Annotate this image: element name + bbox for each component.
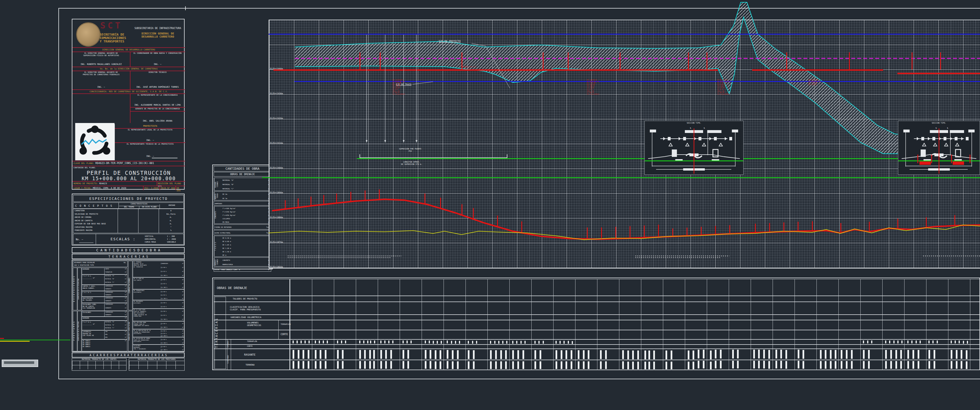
rasante-bar — [447, 350, 449, 359]
terracerias-rotated: TERRACERIAS — [215, 297, 226, 369]
espesor-bar — [498, 341, 500, 344]
rasante-bar — [868, 350, 870, 359]
espesor-bar — [468, 341, 469, 344]
rasante-bar — [342, 350, 344, 359]
terr-row: DE BANCO DE BANCO DE BANCO DE BANCOm³ — [82, 339, 127, 351]
terr-row-label: T O T A L __________ m³ — [83, 321, 103, 325]
rasante-bar — [490, 350, 492, 359]
terreno-bar — [825, 361, 826, 369]
rasante-bar — [956, 350, 958, 359]
proyectista-panel: PROYECTISTA EL REPRESENTANTE LEGAL DE LA… — [115, 124, 185, 160]
terr-sub-label: MATERIAL "A" — [104, 275, 120, 278]
terreno-bar — [732, 361, 734, 369]
terr-sub-label: MATERIAL "C" — [104, 281, 120, 285]
espesor-bar — [345, 340, 346, 343]
comp-unit: m² — [182, 306, 184, 308]
rasante-bar — [571, 350, 572, 359]
rasante-bar — [934, 350, 935, 359]
vol-corte-label: CORTE — [281, 333, 289, 336]
rasante-bar — [555, 350, 557, 359]
terr-unit: m³ — [125, 300, 126, 302]
espec-concepto: ANCHO DE CARPETA — [75, 220, 118, 222]
espesor-bar — [429, 340, 430, 343]
rasante-bar — [605, 350, 607, 359]
terreno-bar — [703, 361, 705, 369]
terreno-bar — [710, 362, 712, 369]
terr-unit: m³ — [125, 340, 126, 342]
comp-unit: m³ — [182, 335, 184, 337]
terreno-bar — [688, 362, 689, 369]
terr-row-label: ABATIMIENTO DE TALUDES — [83, 297, 103, 301]
profile-grid[interactable] — [269, 20, 980, 269]
cell2-left-name: ING. — — [73, 86, 129, 88]
terreno-bar — [644, 362, 646, 369]
espesor-bar — [955, 340, 956, 343]
comp-sub: A 90 % — [161, 323, 176, 324]
row-taludes-label: TALUDES DE PROYECTO — [233, 297, 257, 300]
dren-row-label: CICLOPEO — [223, 218, 230, 220]
comp-unit: m³ — [182, 315, 184, 316]
terr-row: ESCALONESCOMPENSADOm³SOBRANTEm³ — [82, 311, 127, 316]
rasante-bar — [302, 350, 304, 359]
terreno-bar — [561, 361, 562, 369]
terreno-bar — [308, 361, 309, 369]
comp-unit: m² — [182, 291, 184, 293]
espec-unidad: m. — [159, 216, 183, 219]
terreno-bar — [359, 361, 361, 369]
espec-unidad: % — [159, 229, 183, 232]
comp-unit: m² — [182, 294, 184, 296]
dren-group: DEMOLI- CIONESCONCRETOm³MAMPOSTERIAm³ — [214, 257, 271, 267]
rasante-bar — [369, 350, 371, 359]
terr-unit: m³ — [125, 292, 126, 293]
row-vol-corte-data — [290, 330, 980, 339]
rasante-bar — [468, 350, 469, 359]
terreno-bar — [802, 361, 804, 369]
comp-sub: A 90 % — [161, 291, 176, 293]
comp-sub: A 100 % — [161, 327, 176, 328]
espesor-bar — [506, 341, 508, 344]
terreno-bar — [885, 361, 887, 369]
dren-row-label: ZAMPEADO — [215, 203, 222, 205]
terr-sub-label: SOBRANTE — [104, 300, 120, 303]
band-direccion: DIRECCIÓN GENERAL DE DESARROLLO CARRETER… — [72, 48, 185, 51]
dren-row-label: FIERRO DE REFUERZO — [215, 226, 232, 228]
dren-group: MAMPOS- TERIADE 2am³DE 3am³ — [214, 191, 271, 200]
cell3-title: EL REPRESENTANTE DE LA CONCESIONARIA — [130, 94, 185, 97]
espesor-bar — [928, 340, 929, 343]
rot-excavaciones: E X C A V A C I O N E S — [73, 268, 77, 310]
terreno-bar — [851, 361, 853, 369]
terr-unit: m³ — [125, 334, 126, 335]
comp-label: DE TERRAPLENES EXISTENTES — [134, 290, 160, 293]
rasante-bar — [900, 350, 902, 359]
espesor-bar — [380, 340, 382, 343]
cad-model-space[interactable]: SCT SECRETARÍA DE COMUNICACIONES Y TRANS… — [0, 0, 980, 410]
terr-left-rows: DERRAMECORTEm³TERRAPLENm³T O T A L _____… — [82, 268, 127, 351]
esc-value: ESC: 1:2000 — [145, 187, 159, 189]
rasante-bar — [500, 350, 502, 359]
rasante-bar — [688, 351, 689, 359]
terreno-bar — [956, 361, 958, 369]
rasante-bar — [802, 350, 804, 359]
seccion-sketch — [645, 121, 743, 175]
terreno-bar — [293, 361, 294, 369]
terr-sub-label: SOBRANTE — [104, 294, 120, 297]
margin-yellow-line — [0, 341, 30, 342]
terr-row-label: DERRAME — [83, 317, 103, 319]
terreno-bar — [786, 361, 787, 369]
espesor-bar — [319, 340, 320, 343]
cell2-left-title: EL DIRECTOR GENERAL ADJUNTO DE PROYECTOS… — [73, 72, 129, 76]
espesor-bar — [384, 340, 385, 343]
comp-label: DE ELEVACION DE SUBRA- SANTE EN TERRAPLE… — [134, 338, 160, 343]
terreno-bar — [425, 361, 426, 369]
espesor-bar — [863, 340, 864, 343]
col-unidad: UNIDAD — [159, 205, 184, 209]
espesor-bar — [959, 340, 960, 343]
rasante-bar — [637, 351, 639, 359]
espesor-bar — [912, 340, 913, 343]
rot-prestamos: P R E S T A M O S — [73, 311, 77, 351]
row-esp-corte-label: CORTE — [247, 345, 253, 348]
rasante-bar — [846, 350, 848, 359]
dren-rot: CONCRETO — [214, 207, 221, 223]
row-obras-drenaje-label: OBRAS DE DRENAJE — [217, 286, 247, 290]
terr-unit: m³ — [125, 288, 126, 290]
